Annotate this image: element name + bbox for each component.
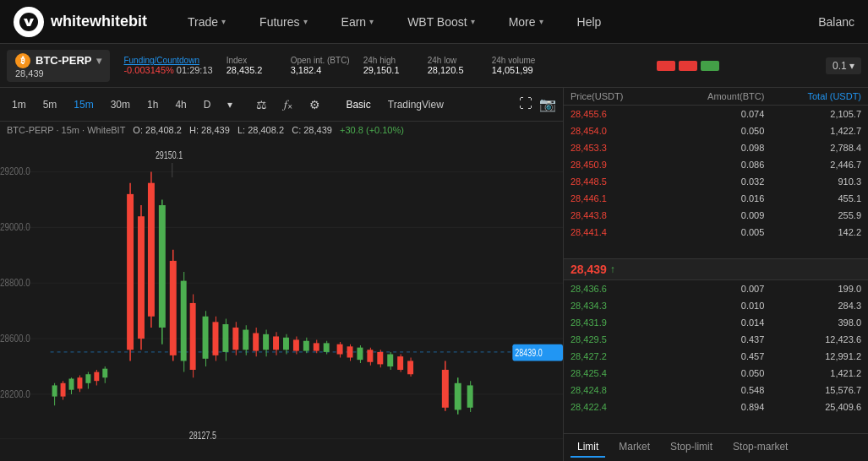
ob-ask-row[interactable]: 28,441.40.005142.2 bbox=[564, 224, 868, 241]
tf-30m[interactable]: 30m bbox=[106, 96, 135, 113]
trade-tab-stop-limit[interactable]: Stop-limit bbox=[663, 437, 719, 458]
ob-ask-row[interactable]: 28,443.80.009255.9 bbox=[564, 207, 868, 224]
nav-earn[interactable]: Earn ▾ bbox=[335, 10, 381, 34]
ob-asks: 28,455.60.0742,105.728,454.00.0501,422.7… bbox=[564, 106, 868, 258]
fullscreen-btn[interactable]: ⛶ bbox=[519, 96, 532, 112]
svg-rect-43 bbox=[181, 281, 187, 361]
svg-rect-61 bbox=[273, 336, 279, 350]
ob-col-price: Price(USDT) bbox=[570, 91, 668, 101]
svg-text:28127.5: 28127.5 bbox=[189, 429, 216, 441]
svg-rect-51 bbox=[222, 324, 228, 352]
funding-value: -0.003145% 01:29:13 bbox=[123, 65, 212, 75]
svg-rect-89 bbox=[442, 370, 449, 408]
ob-ask-row[interactable]: 28,455.60.0742,105.7 bbox=[564, 106, 868, 122]
main-header: whitewhitebit Trade ▾ Futures ▾ Earn ▾ W… bbox=[0, 0, 868, 44]
nav-trade-arrow: ▾ bbox=[221, 17, 226, 26]
nav-earn-arrow: ▾ bbox=[369, 17, 374, 26]
tf-15m[interactable]: 15m bbox=[68, 96, 98, 113]
svg-rect-53 bbox=[232, 328, 238, 350]
open-interest-stat: Open int. (BTC) 3,182.4 bbox=[291, 56, 350, 75]
tf-more[interactable]: ▾ bbox=[222, 96, 237, 113]
svg-text:29150.1: 29150.1 bbox=[156, 149, 183, 160]
order-book: Price(USDT) Amount(BTC) Total (USDT) 28,… bbox=[564, 88, 868, 461]
tf-D[interactable]: D bbox=[199, 96, 216, 113]
24h-high-stat: 24h high 29,150.1 bbox=[363, 56, 414, 75]
nav-futures-arrow: ▾ bbox=[303, 17, 308, 26]
flag-red[interactable] bbox=[657, 61, 675, 71]
svg-rect-59 bbox=[263, 334, 269, 350]
flag-icons bbox=[657, 61, 719, 71]
ob-bid-row[interactable]: 28,427.20.45712,991.2 bbox=[564, 348, 868, 365]
trade-tab-market[interactable]: Market bbox=[612, 437, 657, 458]
balance-link[interactable]: Balanc bbox=[818, 15, 854, 29]
nav-futures[interactable]: Futures ▾ bbox=[253, 10, 314, 34]
logo[interactable]: whitewhitebit bbox=[14, 7, 147, 37]
pair-selector[interactable]: ₿ BTC-PERP ▾ 28,439 bbox=[7, 50, 110, 82]
svg-rect-27 bbox=[85, 374, 90, 383]
tf-4h[interactable]: 4h bbox=[170, 96, 191, 113]
source-basic[interactable]: Basic bbox=[339, 96, 377, 113]
tf-5m[interactable]: 5m bbox=[38, 96, 63, 113]
nav-more[interactable]: More ▾ bbox=[502, 10, 550, 34]
svg-rect-23 bbox=[69, 379, 74, 390]
trade-tab-limit[interactable]: Limit bbox=[570, 437, 605, 458]
funding-stat: Funding/Countdown -0.003145% 01:29:13 bbox=[123, 56, 212, 75]
svg-rect-35 bbox=[138, 216, 145, 339]
ob-bids: 28,436.60.007199.028,434.30.010284.328,4… bbox=[564, 280, 868, 433]
svg-rect-69 bbox=[314, 343, 319, 350]
ob-mid-price-value: 28,439 bbox=[570, 263, 607, 276]
ob-ask-row[interactable]: 28,453.30.0982,788.4 bbox=[564, 139, 868, 156]
logo-icon bbox=[14, 7, 44, 37]
ob-ask-row[interactable]: 28,450.90.0862,446.7 bbox=[564, 156, 868, 173]
ob-col-amount: Amount(BTC) bbox=[668, 91, 765, 101]
ob-bid-row[interactable]: 28,436.60.007199.0 bbox=[564, 280, 868, 297]
24h-volume-stat: 24h volume 14,051,99 bbox=[492, 56, 551, 75]
svg-text:29000.0: 29000.0 bbox=[0, 220, 30, 233]
chart-type-indicator[interactable]: 𝑓ₓ bbox=[279, 95, 298, 114]
chart-type-candle[interactable]: ⚖ bbox=[251, 95, 272, 114]
nav-help[interactable]: Help bbox=[570, 10, 609, 34]
logo-text: whitewhitebit bbox=[51, 13, 147, 30]
ob-bid-row[interactable]: 28,434.30.010284.3 bbox=[564, 297, 868, 314]
svg-rect-49 bbox=[212, 322, 218, 355]
ob-ask-row[interactable]: 28,454.00.0501,422.7 bbox=[564, 122, 868, 139]
ob-mid-arrow: ↑ bbox=[610, 263, 615, 275]
ob-bid-row[interactable]: 28,429.50.43712,423.6 bbox=[564, 331, 868, 348]
svg-rect-47 bbox=[203, 317, 209, 359]
flag-red2[interactable] bbox=[679, 61, 697, 71]
trade-tab-stop-market[interactable]: Stop-market bbox=[726, 437, 794, 458]
svg-rect-73 bbox=[337, 344, 343, 355]
ob-col-total: Total (USDT) bbox=[764, 91, 861, 101]
ob-bid-row[interactable]: 28,425.40.0501,421.2 bbox=[564, 365, 868, 382]
source-tradingview[interactable]: TradingView bbox=[381, 96, 450, 113]
ob-bid-row[interactable]: 28,424.80.54815,576.7 bbox=[564, 382, 868, 399]
nav-wbt-boost[interactable]: WBT Boost ▾ bbox=[401, 10, 482, 34]
svg-rect-93 bbox=[467, 385, 473, 407]
screenshot-btn[interactable]: 📷 bbox=[539, 96, 556, 112]
funding-label[interactable]: Funding/Countdown bbox=[123, 56, 212, 65]
tf-1h[interactable]: 1h bbox=[142, 96, 163, 113]
svg-rect-25 bbox=[77, 377, 82, 388]
svg-rect-79 bbox=[367, 350, 373, 361]
depth-selector[interactable]: 0.1 ▾ bbox=[826, 57, 861, 74]
ob-header: Price(USDT) Amount(BTC) Total (USDT) bbox=[564, 88, 868, 106]
svg-rect-31 bbox=[102, 369, 107, 378]
ob-ask-row[interactable]: 28,446.10.016455.1 bbox=[564, 190, 868, 207]
24h-low-stat: 24h low 28,120.5 bbox=[428, 56, 478, 75]
svg-rect-75 bbox=[347, 346, 353, 357]
svg-rect-85 bbox=[397, 356, 403, 370]
svg-rect-55 bbox=[243, 330, 248, 350]
tf-1m[interactable]: 1m bbox=[7, 96, 31, 113]
svg-text:28200.0: 28200.0 bbox=[0, 387, 30, 399]
svg-rect-33 bbox=[127, 194, 134, 350]
ob-ask-row[interactable]: 28,448.50.032910.3 bbox=[564, 173, 868, 190]
flag-green[interactable] bbox=[701, 61, 719, 71]
svg-point-0 bbox=[19, 13, 38, 31]
nav-trade[interactable]: Trade ▾ bbox=[181, 10, 232, 34]
pair-dropdown-arrow: ▾ bbox=[96, 55, 101, 67]
svg-rect-37 bbox=[148, 183, 155, 317]
ob-bid-row[interactable]: 28,422.40.89425,409.6 bbox=[564, 399, 868, 415]
candlestick-chart[interactable]: 29200.0 29000.0 28800.0 28600.0 28200.0 … bbox=[0, 138, 563, 461]
chart-settings[interactable]: ⚙ bbox=[304, 95, 325, 114]
ob-bid-row[interactable]: 28,431.90.014398.0 bbox=[564, 314, 868, 331]
